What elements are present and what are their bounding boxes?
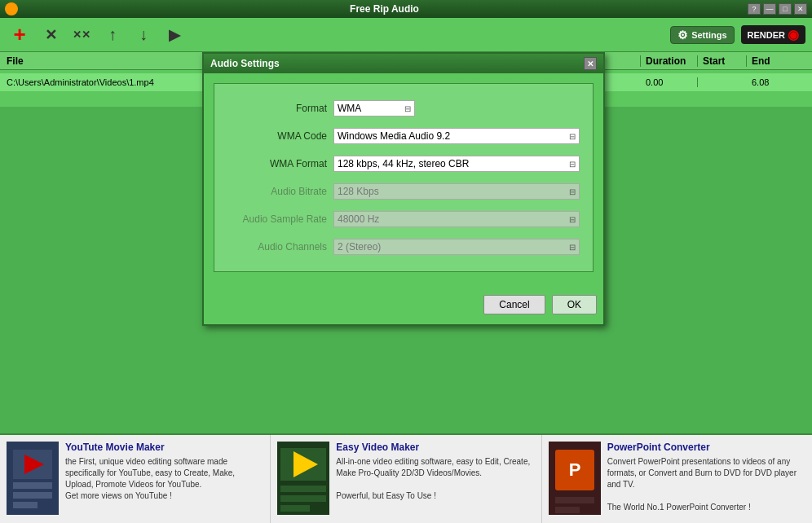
audio-channels-arrow: ⊟ bbox=[569, 243, 576, 252]
dialog-buttons: Cancel OK bbox=[204, 292, 603, 324]
audio-sample-rate-arrow: ⊟ bbox=[569, 215, 576, 224]
wma-code-row: WMA Code Windows Media Audio 9.2 ⊟ bbox=[227, 128, 580, 144]
toolbar: + ✕ ✕✕ ↑ ↓ ▶ ⚙ Settings RENDER ◉ bbox=[0, 18, 812, 52]
audio-sample-rate-row: Audio Sample Rate 48000 Hz ⊟ bbox=[227, 211, 580, 227]
add-file-button[interactable]: + bbox=[7, 22, 33, 48]
audio-bitrate-value: 128 Kbps bbox=[338, 186, 379, 197]
audio-channels-select: 2 (Stereo) ⊟ bbox=[333, 239, 580, 255]
audio-sample-rate-label: Audio Sample Rate bbox=[227, 213, 333, 225]
dialog-title: Audio Settings bbox=[210, 58, 280, 69]
render-icon: ◉ bbox=[788, 27, 799, 42]
audio-channels-label: Audio Channels bbox=[227, 241, 333, 253]
app-icon bbox=[5, 2, 18, 15]
remove-all-icon: ✕✕ bbox=[73, 29, 90, 41]
settings-inner-box: Format WMA ⊟ WMA Code bbox=[214, 83, 594, 272]
app-icon-area bbox=[5, 2, 21, 15]
ok-button[interactable]: OK bbox=[552, 295, 597, 314]
audio-channels-row: Audio Channels 2 (Stereo) ⊟ bbox=[227, 239, 580, 255]
wma-code-value: Windows Media Audio 9.2 bbox=[338, 130, 450, 142]
close-button[interactable]: ✕ bbox=[794, 3, 807, 15]
dialog-close-button[interactable]: ✕ bbox=[584, 57, 597, 70]
move-up-button[interactable]: ↑ bbox=[99, 22, 126, 48]
audio-sample-rate-select: 48000 Hz ⊟ bbox=[333, 211, 580, 227]
maximize-button[interactable]: □ bbox=[779, 3, 792, 15]
wma-code-label: WMA Code bbox=[227, 130, 333, 142]
gear-icon: ⚙ bbox=[677, 29, 688, 42]
wma-format-arrow: ⊟ bbox=[569, 160, 576, 169]
help-button[interactable]: ? bbox=[748, 3, 761, 15]
settings-button[interactable]: ⚙ Settings bbox=[670, 26, 734, 44]
toolbar-right: ⚙ Settings RENDER ◉ bbox=[670, 25, 805, 44]
audio-sample-rate-value: 48000 Hz bbox=[338, 213, 379, 225]
cancel-button[interactable]: Cancel bbox=[483, 295, 545, 314]
format-label: Format bbox=[227, 103, 333, 114]
wma-code-select[interactable]: Windows Media Audio 9.2 ⊟ bbox=[333, 128, 580, 144]
format-control: WMA ⊟ bbox=[333, 100, 580, 116]
audio-channels-value: 2 (Stereo) bbox=[338, 241, 381, 253]
wma-format-control: 128 kbps, 44 kHz, stereo CBR ⊟ bbox=[333, 156, 580, 172]
audio-channels-control: 2 (Stereo) ⊟ bbox=[333, 239, 580, 255]
play-button[interactable]: ▶ bbox=[161, 22, 188, 48]
audio-sample-rate-control: 48000 Hz ⊟ bbox=[333, 211, 580, 227]
dialog-overlay: Audio Settings ✕ Format WMA ⊟ bbox=[0, 52, 812, 523]
title-bar: Free Rip Audio ? — □ ✕ bbox=[0, 0, 812, 18]
audio-bitrate-arrow: ⊟ bbox=[569, 187, 576, 196]
wma-code-arrow: ⊟ bbox=[569, 132, 576, 141]
dialog-title-bar: Audio Settings ✕ bbox=[204, 54, 603, 73]
window-controls: ? — □ ✕ bbox=[748, 3, 807, 15]
move-down-button[interactable]: ↓ bbox=[130, 22, 157, 48]
wma-format-select[interactable]: 128 kbps, 44 kHz, stereo CBR ⊟ bbox=[333, 156, 580, 172]
settings-label: Settings bbox=[691, 30, 726, 40]
wma-code-control: Windows Media Audio 9.2 ⊟ bbox=[333, 128, 580, 144]
audio-bitrate-label: Audio Bitrate bbox=[227, 186, 333, 197]
remove-file-button[interactable]: ✕ bbox=[38, 22, 64, 48]
format-arrow: ⊟ bbox=[404, 104, 411, 113]
audio-bitrate-control: 128 Kbps ⊟ bbox=[333, 183, 580, 200]
wma-format-row: WMA Format 128 kbps, 44 kHz, stereo CBR … bbox=[227, 156, 580, 172]
audio-settings-dialog: Audio Settings ✕ Format WMA ⊟ bbox=[202, 52, 605, 326]
minimize-button[interactable]: — bbox=[763, 3, 776, 15]
format-select[interactable]: WMA ⊟ bbox=[333, 100, 415, 116]
wma-format-label: WMA Format bbox=[227, 158, 333, 169]
render-label: RENDER bbox=[748, 30, 785, 40]
audio-bitrate-row: Audio Bitrate 128 Kbps ⊟ bbox=[227, 183, 580, 200]
audio-bitrate-select: 128 Kbps ⊟ bbox=[333, 183, 580, 200]
dialog-content: Format WMA ⊟ WMA Code bbox=[204, 73, 603, 292]
wma-format-value: 128 kbps, 44 kHz, stereo CBR bbox=[338, 158, 469, 169]
content-area: File State Duration Start End C:\Users\A… bbox=[0, 52, 812, 523]
remove-all-button[interactable]: ✕✕ bbox=[68, 22, 95, 48]
format-row: Format WMA ⊟ bbox=[227, 100, 580, 116]
render-button[interactable]: RENDER ◉ bbox=[741, 25, 805, 44]
format-value: WMA bbox=[338, 103, 361, 114]
app-title: Free Rip Audio bbox=[21, 3, 748, 15]
